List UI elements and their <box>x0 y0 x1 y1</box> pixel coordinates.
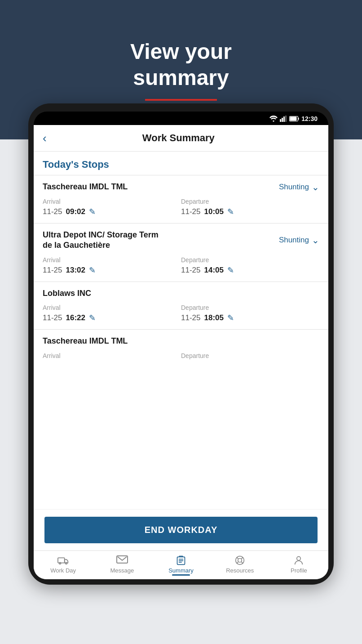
screen-content[interactable]: Today's Stops Taschereau IMDL TML Shunti… <box>34 152 328 509</box>
screen-title: Work Summary <box>54 132 303 144</box>
arrival-time-3: 16:22 <box>66 313 85 322</box>
hero-underline <box>145 99 217 101</box>
svg-rect-6 <box>290 117 297 121</box>
arrival-edit-icon-3[interactable]: ✎ <box>89 313 96 323</box>
person-icon <box>293 555 305 565</box>
arrival-label-4: Arrival <box>43 352 181 359</box>
lifesaver-icon <box>234 555 246 565</box>
status-icons: 12:30 <box>269 115 318 122</box>
app-header: ‹ Work Summary <box>34 125 328 152</box>
nav-item-summary[interactable]: Summary <box>151 555 210 576</box>
departure-edit-icon-1[interactable]: ✎ <box>227 207 234 217</box>
arrival-date-1: 11-25 <box>43 207 62 216</box>
nav-label-message: Message <box>110 567 134 574</box>
departure-block-2: Departure 11-25 14:05 ✎ <box>181 256 319 275</box>
arrival-label-3: Arrival <box>43 304 181 311</box>
stop-name-3: Loblaws INC <box>43 288 319 299</box>
svg-rect-3 <box>285 116 287 122</box>
badge-label-1: Shunting <box>279 183 309 192</box>
stop-badge-1[interactable]: Shunting ⌄ <box>279 182 319 192</box>
departure-label-1: Departure <box>181 198 319 205</box>
departure-edit-icon-3[interactable]: ✎ <box>227 313 234 323</box>
arrival-date-2: 11-25 <box>43 266 62 275</box>
today-stops-header: Today's Stops <box>34 152 328 175</box>
departure-block-4: Departure <box>181 352 319 361</box>
stop-name-2: Ultra Depot INC/ Storage Termde la Gauch… <box>43 230 274 251</box>
nav-label-workday: Work Day <box>50 567 76 574</box>
departure-time-2: 14:05 <box>204 266 223 275</box>
departure-date-2: 11-25 <box>181 266 200 275</box>
stop-name-1: Taschereau IMDL TML <box>43 182 274 192</box>
departure-block-3: Departure 11-25 18:05 ✎ <box>181 304 319 323</box>
arrival-block-3: Arrival 11-25 16:22 ✎ <box>43 304 181 323</box>
svg-rect-7 <box>58 558 65 563</box>
svg-line-19 <box>237 562 238 564</box>
departure-label-4: Departure <box>181 352 319 359</box>
svg-line-20 <box>241 562 243 564</box>
status-bar: 12:30 <box>34 112 328 125</box>
svg-line-18 <box>241 557 243 559</box>
svg-rect-1 <box>282 118 283 122</box>
departure-label-2: Departure <box>181 256 319 264</box>
hero-title: View yoursummary <box>130 39 232 90</box>
end-workday-button[interactable]: END WORKDAY <box>44 517 318 543</box>
arrival-block-2: Arrival 11-25 13:02 ✎ <box>43 256 181 275</box>
truck-icon <box>57 555 69 565</box>
departure-edit-icon-2[interactable]: ✎ <box>227 265 234 275</box>
nav-item-profile[interactable]: Profile <box>269 555 328 576</box>
departure-date-1: 11-25 <box>181 207 200 216</box>
nav-label-resources: Resources <box>226 567 254 574</box>
stop-name-4: Taschereau IMDL TML <box>43 336 319 346</box>
arrival-date-3: 11-25 <box>43 313 62 322</box>
svg-line-17 <box>237 557 238 559</box>
stop-badge-2[interactable]: Shunting ⌄ <box>279 235 319 246</box>
phone-shell: 12:30 ‹ Work Summary Today's Stops Tasch… <box>28 103 334 585</box>
chevron-down-icon-1: ⌄ <box>312 182 319 192</box>
svg-point-21 <box>297 557 300 560</box>
bottom-nav: Work Day Message Summary <box>34 550 328 579</box>
status-time: 12:30 <box>301 115 318 122</box>
clipboard-icon <box>175 555 187 565</box>
stop-card-1: Taschereau IMDL TML Shunting ⌄ Arrival 1… <box>34 175 328 223</box>
departure-time-1: 10:05 <box>204 207 223 216</box>
arrival-edit-icon-1[interactable]: ✎ <box>89 207 96 217</box>
nav-item-message[interactable]: Message <box>93 555 151 576</box>
arrival-block-1: Arrival 11-25 09:02 ✎ <box>43 198 181 217</box>
svg-rect-0 <box>280 119 281 122</box>
nav-item-resources[interactable]: Resources <box>211 555 269 576</box>
stop-card-3: Loblaws INC Arrival 11-25 16:22 ✎ Depart… <box>34 282 328 329</box>
arrival-time-1: 09:02 <box>66 207 85 216</box>
nav-label-profile: Profile <box>291 567 307 574</box>
arrival-edit-icon-2[interactable]: ✎ <box>89 265 96 275</box>
departure-time-3: 18:05 <box>204 313 223 322</box>
stop-card-4: Taschereau IMDL TML Arrival Departure <box>34 329 328 367</box>
back-button[interactable]: ‹ <box>43 132 47 144</box>
departure-block-1: Departure 11-25 10:05 ✎ <box>181 198 319 217</box>
svg-rect-5 <box>298 118 299 120</box>
stop-card-2: Ultra Depot INC/ Storage Termde la Gauch… <box>34 223 328 282</box>
end-btn-container: END WORKDAY <box>34 509 328 550</box>
badge-label-2: Shunting <box>279 236 309 245</box>
arrival-block-4: Arrival <box>43 352 181 361</box>
nav-active-bar <box>172 574 190 576</box>
arrival-label-2: Arrival <box>43 256 181 264</box>
svg-point-16 <box>238 559 242 562</box>
chevron-down-icon-2: ⌄ <box>312 235 319 246</box>
nav-item-workday[interactable]: Work Day <box>34 555 93 576</box>
message-icon <box>116 555 128 565</box>
phone-screen: ‹ Work Summary Today's Stops Taschereau … <box>34 125 328 579</box>
nav-label-summary: Summary <box>168 567 194 574</box>
departure-label-3: Departure <box>181 304 319 311</box>
departure-date-3: 11-25 <box>181 313 200 322</box>
svg-rect-2 <box>283 116 285 122</box>
arrival-label-1: Arrival <box>43 198 181 205</box>
arrival-time-2: 13:02 <box>66 266 85 275</box>
